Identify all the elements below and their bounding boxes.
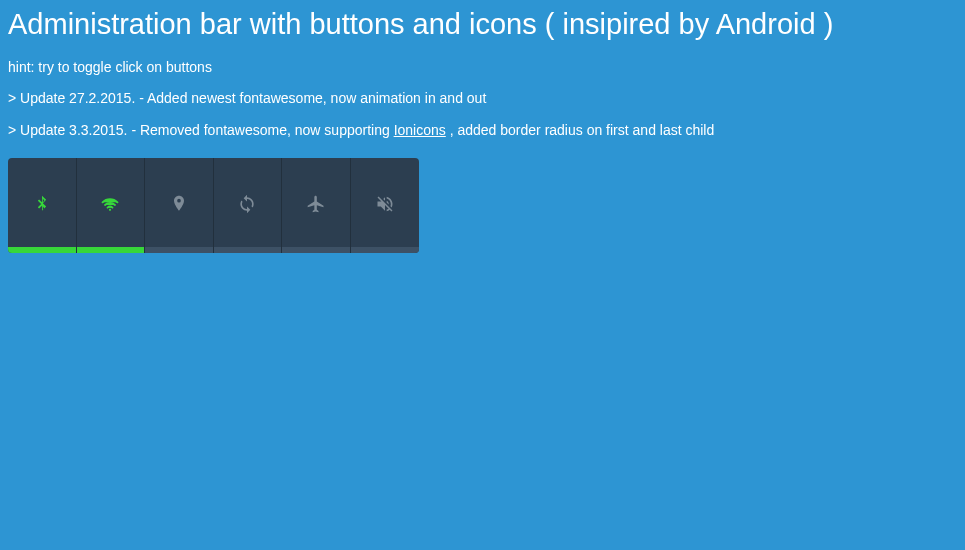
admin-bar (8, 158, 419, 253)
sync-icon (237, 194, 257, 218)
active-indicator (8, 247, 76, 253)
hint-text: hint: try to toggle click on buttons (8, 58, 957, 78)
location-button[interactable] (145, 158, 214, 253)
airplane-icon (306, 194, 326, 218)
update-2: > Update 3.3.2015. - Removed fontawesome… (8, 121, 957, 141)
active-indicator (351, 247, 420, 253)
wifi-icon (100, 194, 120, 218)
sync-button[interactable] (214, 158, 283, 253)
update-2-suffix: , added border radius on first and last … (446, 122, 715, 138)
svg-point-0 (109, 209, 111, 211)
ionicons-link[interactable]: Ionicons (394, 122, 446, 138)
update-2-prefix: > Update 3.3.2015. - Removed fontawesome… (8, 122, 394, 138)
bluetooth-button[interactable] (8, 158, 77, 253)
page-title: Administration bar with buttons and icon… (8, 6, 957, 44)
active-indicator (282, 247, 350, 253)
volume-off-button[interactable] (351, 158, 420, 253)
active-indicator (77, 247, 145, 253)
bluetooth-icon (32, 194, 52, 218)
airplane-button[interactable] (282, 158, 351, 253)
wifi-button[interactable] (77, 158, 146, 253)
active-indicator (145, 247, 213, 253)
update-1: > Update 27.2.2015. - Added newest fonta… (8, 89, 957, 109)
location-icon (169, 194, 189, 218)
active-indicator (214, 247, 282, 253)
volume-off-icon (375, 194, 395, 218)
